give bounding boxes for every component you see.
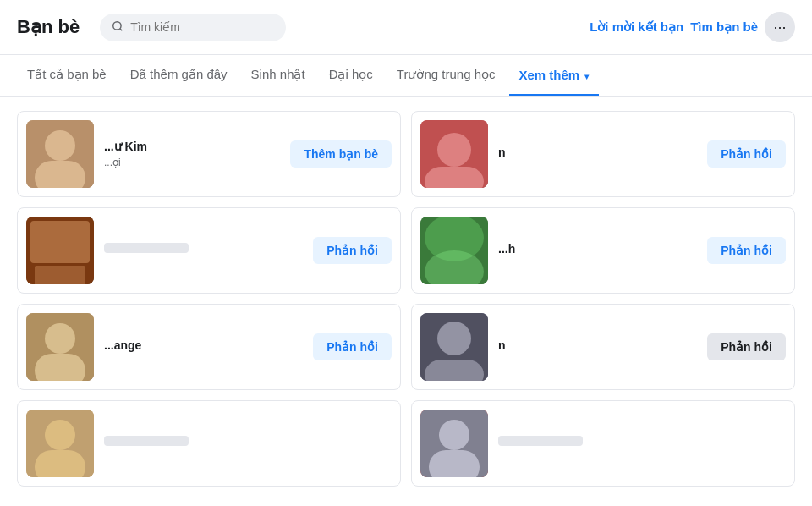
blurred-name xyxy=(498,436,583,446)
tab-birthday-label: Sinh nhật xyxy=(251,67,305,81)
friend-card: n Phản hồi xyxy=(411,111,795,197)
avatar xyxy=(420,120,488,188)
find-friends-link[interactable]: Tìm bạn bè xyxy=(690,19,758,35)
page-title: Bạn bè xyxy=(17,16,80,38)
tab-highschool-label: Trường trung học xyxy=(397,67,496,81)
friend-info: n xyxy=(498,146,697,162)
svg-point-6 xyxy=(437,133,471,167)
friend-card: ...ange Phản hồi xyxy=(17,304,401,390)
friend-name: n xyxy=(498,146,697,159)
more-options-button[interactable]: ··· xyxy=(765,12,795,42)
avatar xyxy=(26,217,94,284)
friend-info: ...ư Kim ...ợi xyxy=(104,140,280,168)
svg-rect-4 xyxy=(35,161,85,188)
friend-info: n xyxy=(498,338,697,355)
svg-rect-22 xyxy=(35,450,85,477)
svg-rect-9 xyxy=(30,221,90,263)
respond-button[interactable]: Phản hồi xyxy=(707,140,786,168)
svg-point-18 xyxy=(437,322,471,355)
friend-requests-link[interactable]: Lời mời kết bạn xyxy=(590,19,683,35)
main-content: ...ư Kim ...ợi Thêm bạn bè n Phản hồ xyxy=(0,97,812,500)
friend-name: ...h xyxy=(498,242,697,256)
more-icon: ··· xyxy=(773,19,786,36)
friend-info: ...ange xyxy=(104,338,303,355)
avatar xyxy=(420,217,488,284)
blurred-name xyxy=(104,436,189,446)
page-header: Bạn bè Lời mời kết bạn Tìm bạn bè ··· xyxy=(0,0,812,55)
add-friend-button[interactable]: Thêm bạn bè xyxy=(290,140,392,168)
header-actions: Lời mời kết bạn Tìm bạn bè ··· xyxy=(590,12,795,42)
svg-rect-19 xyxy=(425,360,484,381)
tab-all-friends-label: Tất cả bạn bè xyxy=(27,67,107,81)
friend-card: ...ư Kim ...ợi Thêm bạn bè xyxy=(17,111,401,197)
svg-line-1 xyxy=(120,28,123,30)
avatar xyxy=(26,313,94,381)
friend-name: ...ư Kim xyxy=(104,140,280,153)
svg-point-15 xyxy=(45,323,75,354)
blurred-name xyxy=(104,243,189,253)
avatar xyxy=(26,120,94,188)
svg-point-21 xyxy=(45,420,75,450)
friend-card: Phản hồi xyxy=(17,207,401,294)
avatar xyxy=(26,410,94,477)
friend-name xyxy=(104,242,303,256)
tab-recently-added[interactable]: Đã thêm gần đây xyxy=(120,55,238,96)
friend-name xyxy=(498,435,786,448)
avatar xyxy=(420,313,488,381)
friend-actions: Phản hồi xyxy=(313,333,392,360)
avatar xyxy=(420,410,488,477)
search-input[interactable] xyxy=(130,20,266,34)
friend-info: ...h xyxy=(498,242,697,259)
friend-card: ...h Phản hồi xyxy=(411,207,795,294)
friend-card xyxy=(17,400,401,487)
respond-button[interactable]: Phản hồi xyxy=(707,333,786,360)
friend-card xyxy=(411,400,795,487)
respond-button[interactable]: Phản hồi xyxy=(313,333,392,360)
svg-point-0 xyxy=(113,21,121,29)
tab-university[interactable]: Đại học xyxy=(319,55,383,96)
svg-rect-10 xyxy=(35,266,85,284)
tab-recently-added-label: Đã thêm gần đây xyxy=(130,67,228,81)
search-box[interactable] xyxy=(100,14,286,41)
friend-name: ...ange xyxy=(104,338,303,352)
friend-actions: Phản hồi xyxy=(707,237,786,264)
friend-info xyxy=(104,242,303,259)
friend-info xyxy=(104,435,392,452)
svg-point-3 xyxy=(45,130,75,161)
friends-grid: ...ư Kim ...ợi Thêm bạn bè n Phản hồ xyxy=(17,111,795,487)
svg-point-24 xyxy=(439,420,469,450)
tabs-nav: Tất cả bạn bè Đã thêm gần đây Sinh nhật … xyxy=(0,55,812,97)
tab-birthday[interactable]: Sinh nhật xyxy=(241,55,315,96)
friend-actions: Thêm bạn bè xyxy=(290,140,392,168)
friend-sub: ...ợi xyxy=(104,157,280,168)
svg-rect-7 xyxy=(425,167,484,188)
friend-actions: Phản hồi xyxy=(707,333,786,360)
tab-highschool[interactable]: Trường trung học xyxy=(387,55,506,96)
friend-actions: Phản hồi xyxy=(313,237,392,264)
tab-view-more-label: Xem thêm xyxy=(519,68,580,82)
tab-all-friends[interactable]: Tất cả bạn bè xyxy=(17,55,117,96)
svg-rect-25 xyxy=(429,450,480,477)
friend-info xyxy=(498,435,786,452)
search-icon xyxy=(112,20,123,35)
friend-name: n xyxy=(498,338,697,352)
chevron-down-icon: ▾ xyxy=(584,72,589,81)
friend-card: n Phản hồi xyxy=(411,304,795,390)
friend-name xyxy=(104,435,392,448)
tab-university-label: Đại học xyxy=(329,67,373,81)
friend-actions: Phản hồi xyxy=(707,140,786,168)
respond-button[interactable]: Phản hồi xyxy=(313,237,392,264)
tab-view-more[interactable]: Xem thêm ▾ xyxy=(509,56,600,96)
respond-button[interactable]: Phản hồi xyxy=(707,237,786,264)
svg-rect-16 xyxy=(35,354,85,381)
